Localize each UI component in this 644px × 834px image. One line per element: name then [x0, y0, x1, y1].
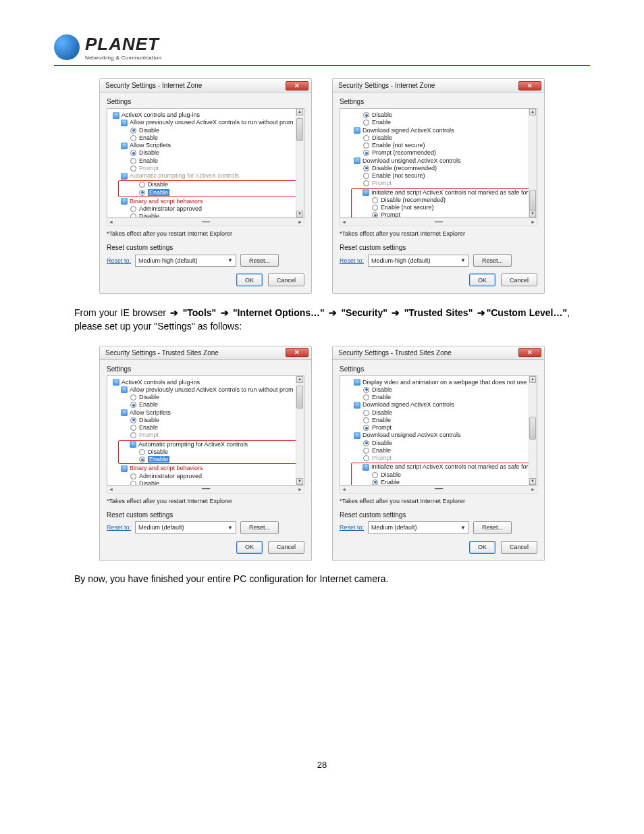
- reset-button[interactable]: Reset...: [240, 521, 279, 534]
- radio-icon[interactable]: [363, 120, 369, 126]
- scroll-up-icon[interactable]: ▲: [296, 109, 303, 115]
- radio-icon[interactable]: [363, 112, 369, 118]
- settings-tree[interactable]: ActiveX controls and plug-insAllow previ…: [107, 108, 304, 218]
- dialog-titlebar[interactable]: Security Settings - Trusted Sites Zone✕: [100, 346, 311, 360]
- radio-option[interactable]: Disable: [111, 417, 301, 424]
- radio-option[interactable]: Prompt: [344, 180, 534, 187]
- horizontal-scrollbar[interactable]: ◄━━━►: [107, 486, 304, 494]
- dialog-titlebar[interactable]: Security Settings - Internet Zone✕: [100, 79, 311, 93]
- radio-option[interactable]: Administrator approved: [111, 473, 301, 480]
- reset-button[interactable]: Reset...: [240, 254, 279, 267]
- horizontal-scrollbar[interactable]: ◄━━━►: [340, 486, 537, 494]
- radio-icon[interactable]: [130, 432, 136, 438]
- radio-icon[interactable]: [372, 205, 378, 211]
- radio-icon[interactable]: [130, 206, 136, 212]
- radio-icon[interactable]: [130, 402, 136, 408]
- ok-button[interactable]: OK: [236, 273, 263, 286]
- radio-icon[interactable]: [363, 455, 369, 461]
- radio-option[interactable]: Enable: [344, 394, 534, 401]
- radio-icon[interactable]: [363, 394, 369, 400]
- radio-option[interactable]: Administrator approved: [111, 205, 301, 213]
- radio-option[interactable]: Disable: [344, 386, 534, 394]
- radio-option[interactable]: Disable: [344, 409, 534, 417]
- radio-icon[interactable]: [130, 135, 136, 141]
- radio-option[interactable]: Prompt: [111, 432, 301, 439]
- radio-option[interactable]: Disable: [111, 394, 301, 401]
- radio-option[interactable]: Disable: [344, 134, 534, 142]
- radio-icon[interactable]: [372, 197, 378, 203]
- scroll-up-icon[interactable]: ▲: [529, 376, 536, 383]
- radio-icon[interactable]: [363, 135, 369, 141]
- close-button[interactable]: ✕: [518, 81, 541, 90]
- radio-option[interactable]: Disable: [344, 111, 534, 119]
- radio-icon[interactable]: [372, 472, 378, 478]
- reset-button[interactable]: Reset...: [473, 521, 512, 534]
- radio-option[interactable]: Disable: [111, 480, 301, 486]
- radio-option[interactable]: Disable (recommended): [344, 165, 534, 172]
- dialog-titlebar[interactable]: Security Settings - Internet Zone✕: [333, 79, 544, 93]
- close-button[interactable]: ✕: [518, 348, 541, 357]
- radio-option[interactable]: Disable: [111, 127, 301, 134]
- radio-icon[interactable]: [363, 440, 369, 446]
- radio-option[interactable]: Enable: [111, 424, 301, 432]
- radio-option[interactable]: Prompt: [344, 454, 534, 462]
- radio-option[interactable]: Enable: [344, 119, 534, 126]
- scroll-thumb[interactable]: [296, 118, 303, 141]
- radio-option[interactable]: Prompt (recommended): [344, 149, 534, 157]
- radio-option[interactable]: Enable: [344, 417, 534, 424]
- radio-option[interactable]: Enable: [120, 456, 299, 463]
- reset-combo[interactable]: Medium-high (default)▼: [368, 255, 469, 267]
- ok-button[interactable]: OK: [469, 273, 495, 286]
- radio-option[interactable]: Enable (not secure): [344, 142, 534, 149]
- radio-icon[interactable]: [363, 387, 369, 393]
- radio-icon[interactable]: [363, 448, 369, 454]
- radio-icon[interactable]: [130, 165, 136, 172]
- radio-option[interactable]: Disable: [344, 440, 534, 447]
- settings-tree[interactable]: DisableEnableDownload signed ActiveX con…: [340, 108, 537, 218]
- radio-icon[interactable]: [363, 150, 369, 156]
- radio-option[interactable]: Disable: [353, 471, 532, 479]
- radio-icon[interactable]: [363, 173, 369, 179]
- radio-option[interactable]: Enable: [111, 157, 301, 165]
- settings-tree[interactable]: Display video and animation on a webpage…: [340, 375, 537, 486]
- scroll-thumb[interactable]: [296, 386, 303, 409]
- dialog-titlebar[interactable]: Security Settings - Trusted Sites Zone✕: [333, 346, 544, 360]
- reset-combo[interactable]: Medium-high (default)▼: [135, 255, 236, 267]
- radio-option[interactable]: Disable: [111, 213, 301, 218]
- radio-icon[interactable]: [363, 425, 369, 431]
- radio-option[interactable]: Enable: [344, 447, 534, 454]
- cancel-button[interactable]: Cancel: [268, 541, 304, 554]
- radio-option[interactable]: Enable: [111, 401, 301, 409]
- radio-option[interactable]: Enable: [353, 479, 532, 486]
- radio-option[interactable]: Prompt: [111, 165, 301, 172]
- settings-tree[interactable]: ActiveX controls and plug-insAllow previ…: [107, 375, 304, 486]
- scroll-down-icon[interactable]: ▼: [529, 211, 536, 217]
- radio-icon[interactable]: [130, 417, 136, 423]
- radio-icon[interactable]: [130, 158, 136, 164]
- radio-icon[interactable]: [139, 449, 145, 455]
- radio-icon[interactable]: [130, 394, 136, 400]
- radio-option[interactable]: Disable: [120, 448, 299, 456]
- radio-icon[interactable]: [139, 182, 145, 188]
- scroll-down-icon[interactable]: ▼: [529, 478, 536, 485]
- radio-icon[interactable]: [130, 150, 136, 156]
- scroll-down-icon[interactable]: ▼: [296, 478, 303, 485]
- radio-icon[interactable]: [130, 473, 136, 479]
- radio-icon[interactable]: [130, 425, 136, 431]
- radio-icon[interactable]: [139, 457, 145, 463]
- vertical-scrollbar[interactable]: ▲▼: [529, 376, 537, 485]
- scroll-up-icon[interactable]: ▲: [296, 376, 303, 383]
- reset-combo[interactable]: Medium (default)▼: [135, 521, 236, 533]
- ok-button[interactable]: OK: [469, 541, 495, 554]
- cancel-button[interactable]: Cancel: [268, 273, 304, 286]
- scroll-up-icon[interactable]: ▲: [529, 109, 536, 115]
- radio-icon[interactable]: [372, 479, 378, 486]
- radio-icon[interactable]: [363, 417, 369, 423]
- vertical-scrollbar[interactable]: ▲▼: [296, 109, 304, 217]
- radio-option[interactable]: Prompt: [353, 211, 532, 218]
- radio-option[interactable]: Enable: [120, 189, 299, 197]
- close-button[interactable]: ✕: [286, 81, 308, 90]
- vertical-scrollbar[interactable]: ▲▼: [529, 109, 537, 217]
- radio-option[interactable]: Enable: [111, 134, 301, 142]
- radio-option[interactable]: Disable: [111, 149, 301, 157]
